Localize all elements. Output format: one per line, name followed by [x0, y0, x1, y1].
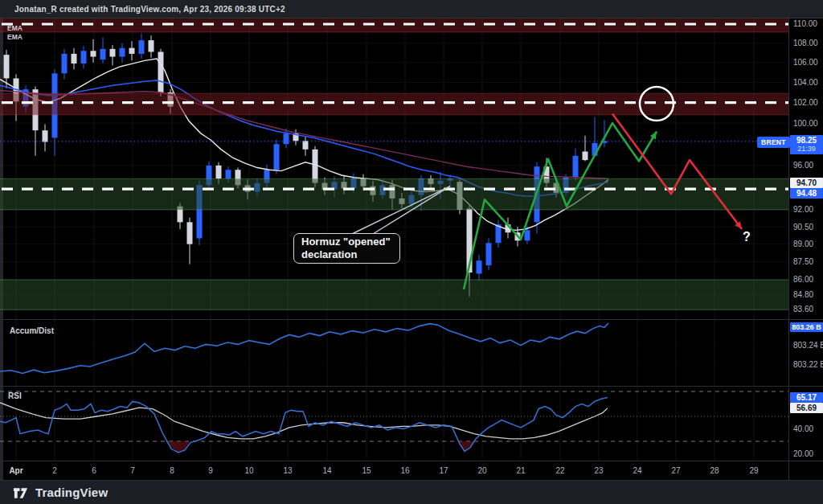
rsi-value-badge: 65.17: [790, 392, 823, 403]
candle-body: [158, 51, 164, 92]
candle-body: [284, 133, 289, 144]
level-badge-blue: 94.48: [790, 188, 823, 199]
candle-body: [274, 144, 280, 170]
price-axis-label: 89.00: [793, 240, 813, 248]
candle-body: [100, 49, 106, 59]
accumdist-indicator-label[interactable]: Accum/Dist: [10, 322, 54, 337]
candle-body: [573, 156, 579, 178]
callout-line-1: Hormuz "opened": [301, 236, 392, 248]
time-axis-label: 2: [52, 466, 57, 475]
candle-body: [120, 48, 125, 57]
candle-body: [139, 40, 145, 54]
candle-body: [149, 40, 154, 51]
rsi-indicator-label[interactable]: RSI: [8, 387, 22, 402]
time-axis-label: 15: [362, 466, 371, 475]
time-axis[interactable]: Apr267891013141516172021222324272829: [9, 466, 759, 475]
candle-body: [477, 260, 482, 273]
support-zone-84[interactable]: [0, 280, 788, 309]
left-edge-strip: [0, 18, 3, 480]
price-axis-label: 102.00: [793, 98, 818, 107]
time-axis-label: 10: [244, 466, 254, 475]
accumdist-axis-label: 803.24 B: [793, 341, 823, 350]
symbol-price-label: BRENT: [757, 137, 790, 148]
accumdist-line[interactable]: [0, 323, 608, 373]
price-axis-label: 110.00: [793, 19, 817, 28]
candle-body: [110, 49, 116, 57]
candle-countdown: 21:39: [790, 145, 823, 153]
candle-body: [216, 166, 222, 178]
candle-body: [62, 54, 68, 73]
question-mark-annotation[interactable]: ?: [743, 230, 751, 244]
resistance-zone-110[interactable]: [0, 18, 788, 32]
time-axis-label: 27: [671, 466, 681, 475]
callout-annotation[interactable]: Hormuz "opened" declaration: [293, 233, 400, 264]
candle-body: [525, 230, 530, 240]
price-axis-label: 83.60: [793, 305, 813, 313]
time-axis-label: Apr: [9, 466, 23, 475]
candle-body: [303, 141, 309, 150]
attribution-text: Jonatan_R created with TradingView.com, …: [0, 5, 285, 14]
price-axis-label: 96.00: [793, 161, 813, 170]
time-axis-label: 13: [283, 466, 293, 475]
candle-body: [91, 51, 96, 56]
time-axis-label: 7: [130, 466, 135, 475]
time-axis-label: 24: [633, 466, 642, 475]
candle-body: [43, 130, 48, 141]
attribution-bar: Jonatan_R created with TradingView.com, …: [0, 0, 823, 18]
last-price-badge: 98.25 21:39: [790, 135, 823, 154]
time-axis-label: 29: [749, 466, 759, 475]
brand-text[interactable]: TradingView: [35, 486, 108, 499]
accumdist-value-badge: 803.26 B: [790, 322, 823, 332]
price-axis-label: 90.50: [793, 223, 813, 232]
time-axis-label: 17: [439, 466, 448, 475]
price-axis-label: 92.00: [793, 205, 813, 214]
rsi-ma-line[interactable]: [0, 403, 608, 439]
footer-bar: TradingView: [0, 480, 823, 504]
candle-body: [4, 55, 10, 78]
price-axis-label: 108.00: [793, 39, 818, 47]
candle-body: [226, 170, 231, 178]
rsi-axis-label: 40.00: [793, 424, 813, 433]
time-axis-label: 16: [400, 466, 410, 475]
candle-body: [486, 243, 492, 265]
price-axis-label: 100.00: [793, 119, 818, 128]
time-axis-label: 22: [555, 466, 565, 475]
time-axis-label: 28: [710, 466, 719, 475]
accumdist-axis-label: 803.22 B: [793, 360, 823, 369]
candle-body: [81, 51, 87, 64]
ema-indicator-label-2[interactable]: EMA: [7, 28, 23, 43]
tradingview-chart-window: Jonatan_R created with TradingView.com, …: [0, 0, 823, 504]
price-axis-label: 106.00: [793, 58, 818, 67]
price-axis-label: 86.00: [793, 275, 813, 284]
red-trend-arrow[interactable]: [612, 114, 742, 229]
candle-body: [583, 151, 588, 160]
candle-body: [72, 54, 77, 64]
callout-line-2: declaration: [301, 248, 392, 261]
time-axis-label: 23: [594, 466, 604, 475]
level-badge-white: 94.70: [790, 178, 823, 188]
candle-body: [129, 48, 135, 54]
time-axis-label: 8: [170, 466, 174, 475]
time-axis-label: 6: [92, 466, 96, 475]
price-axis-label: 104.00: [793, 78, 818, 87]
candle-body: [313, 150, 318, 183]
time-axis-label: 21: [516, 466, 526, 475]
time-axis-label: 14: [322, 466, 332, 475]
rsi-axis-label: 20.00: [793, 449, 813, 458]
time-axis-label: 9: [208, 466, 213, 475]
time-axis-label: 20: [477, 466, 487, 475]
candle-body: [187, 222, 193, 244]
chart-canvas[interactable]: 110.00108.00106.00104.00102.00100.0096.0…: [0, 0, 823, 504]
resistance-zone-102[interactable]: [0, 93, 788, 115]
rsi-ma-value-badge: 56.69: [790, 403, 823, 413]
price-axis-label: 84.80: [793, 290, 813, 299]
price-axis-label: 87.50: [793, 257, 813, 266]
tradingview-logo-icon[interactable]: [13, 486, 28, 499]
